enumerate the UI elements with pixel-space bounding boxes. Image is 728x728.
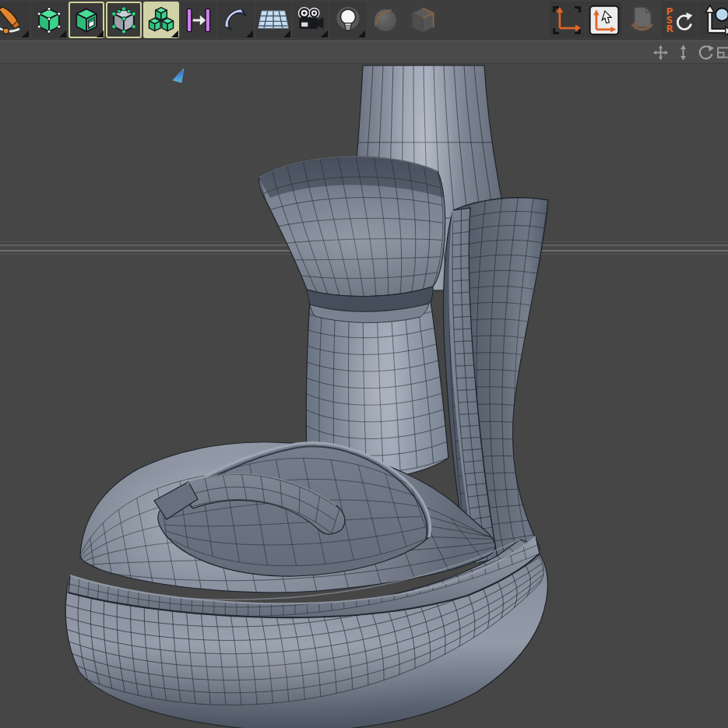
pen-spline-tool-icon — [0, 4, 28, 37]
cube-tool-icon — [406, 4, 439, 37]
camera-mode-icon — [294, 4, 327, 37]
axis-mode-icon — [182, 4, 215, 37]
tool-axis-mode[interactable] — [181, 2, 216, 38]
viewport-zoom-icon[interactable] — [675, 44, 691, 61]
light-tool-icon — [332, 4, 364, 37]
viewport-panel — [0, 65, 728, 728]
tool-paste-tool — [624, 2, 659, 38]
viewport-pan-icon[interactable] — [652, 44, 669, 61]
tool-light-tool[interactable] — [330, 2, 366, 38]
tool-pen-spline-tool[interactable] — [0, 2, 30, 38]
falloff-tool-icon — [220, 4, 252, 37]
tool-snap-settings[interactable] — [698, 2, 728, 38]
workplane-coordinates-icon — [588, 4, 621, 37]
workplane-mode-icon — [257, 4, 290, 37]
tool-object-mode[interactable] — [143, 2, 179, 38]
tool-workplane-coordinates[interactable] — [586, 2, 622, 38]
tool-point-mode[interactable] — [106, 2, 142, 38]
tool-model-mode[interactable] — [31, 2, 67, 38]
tool-cube-tool — [405, 2, 441, 38]
polygon-mode-icon — [70, 4, 103, 37]
tool-falloff-tool[interactable] — [218, 2, 254, 38]
coordinate-system-icon — [550, 4, 583, 37]
viewport-canvas[interactable] — [0, 65, 728, 728]
snap-settings-icon — [700, 4, 728, 37]
viewport-rotate-icon[interactable] — [698, 44, 714, 61]
tool-reset-psr[interactable] — [661, 2, 697, 38]
tool-sphere-tool — [368, 2, 403, 38]
main-toolbar — [0, 0, 728, 41]
model-mode-icon — [33, 4, 65, 37]
tool-workplane-mode[interactable] — [255, 2, 291, 38]
paste-tool-icon — [625, 4, 658, 37]
object-mode-icon — [145, 4, 178, 37]
point-mode-icon — [107, 4, 140, 37]
tool-coordinate-system[interactable] — [549, 2, 585, 38]
viewport-maximize-icon[interactable] — [716, 44, 728, 61]
tool-polygon-mode[interactable] — [69, 2, 104, 38]
reset-psr-icon — [663, 4, 695, 37]
viewport-header — [0, 42, 728, 64]
application-window — [0, 0, 728, 728]
tool-camera-mode[interactable] — [293, 2, 329, 38]
sphere-tool-icon — [369, 4, 402, 37]
